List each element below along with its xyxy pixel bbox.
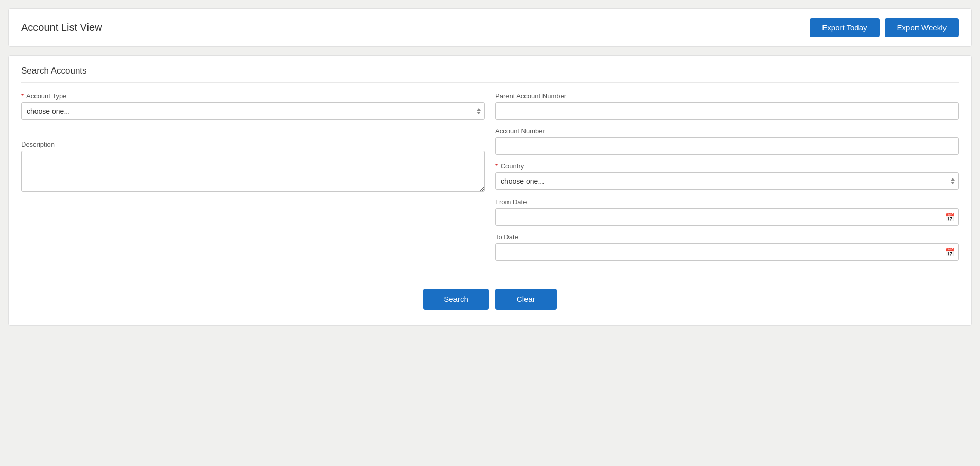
account-type-select-wrapper: choose one...	[21, 102, 485, 120]
to-date-label: To Date	[495, 233, 959, 241]
account-type-label: * Account Type	[21, 92, 485, 100]
to-date-calendar-icon[interactable]: 📅	[944, 247, 955, 257]
search-panel-title: Search Accounts	[21, 66, 959, 83]
form-right-column: Parent Account Number Account Number * C…	[495, 92, 959, 268]
page-title: Account List View	[21, 22, 102, 33]
parent-account-number-label: Parent Account Number	[495, 92, 959, 100]
search-button[interactable]: Search	[423, 289, 489, 310]
country-select-wrapper: choose one...	[495, 172, 959, 190]
required-star-country: *	[495, 162, 498, 170]
parent-account-number-input[interactable]	[495, 102, 959, 120]
search-panel: Search Accounts * Account Type choose on…	[8, 55, 972, 326]
required-star-account-type: *	[21, 92, 24, 100]
parent-account-number-group: Parent Account Number	[495, 92, 959, 120]
account-number-group: Account Number	[495, 127, 959, 155]
header-actions: Export Today Export Weekly	[810, 18, 959, 37]
country-group: * Country choose one...	[495, 162, 959, 190]
account-number-label: Account Number	[495, 127, 959, 135]
description-label: Description	[21, 140, 485, 148]
from-date-wrapper: 📅	[495, 208, 959, 226]
description-textarea[interactable]	[21, 151, 485, 192]
country-select[interactable]: choose one...	[495, 172, 959, 190]
header-bar: Account List View Export Today Export We…	[8, 8, 972, 47]
from-date-label: From Date	[495, 198, 959, 206]
description-group: Description	[21, 140, 485, 194]
clear-button[interactable]: Clear	[495, 289, 557, 310]
from-date-group: From Date 📅	[495, 198, 959, 226]
export-weekly-button[interactable]: Export Weekly	[885, 18, 959, 37]
export-today-button[interactable]: Export Today	[810, 18, 879, 37]
account-number-input[interactable]	[495, 137, 959, 155]
account-type-group: * Account Type choose one...	[21, 92, 485, 120]
form-left-column: * Account Type choose one... Description	[21, 92, 485, 268]
to-date-input[interactable]	[495, 243, 959, 261]
form-actions: Search Clear	[21, 289, 959, 310]
country-label: * Country	[495, 162, 959, 170]
from-date-calendar-icon[interactable]: 📅	[944, 212, 955, 222]
to-date-group: To Date 📅	[495, 233, 959, 261]
account-type-select[interactable]: choose one...	[21, 102, 485, 120]
form-layout: * Account Type choose one... Description	[21, 92, 959, 268]
from-date-input[interactable]	[495, 208, 959, 226]
to-date-wrapper: 📅	[495, 243, 959, 261]
